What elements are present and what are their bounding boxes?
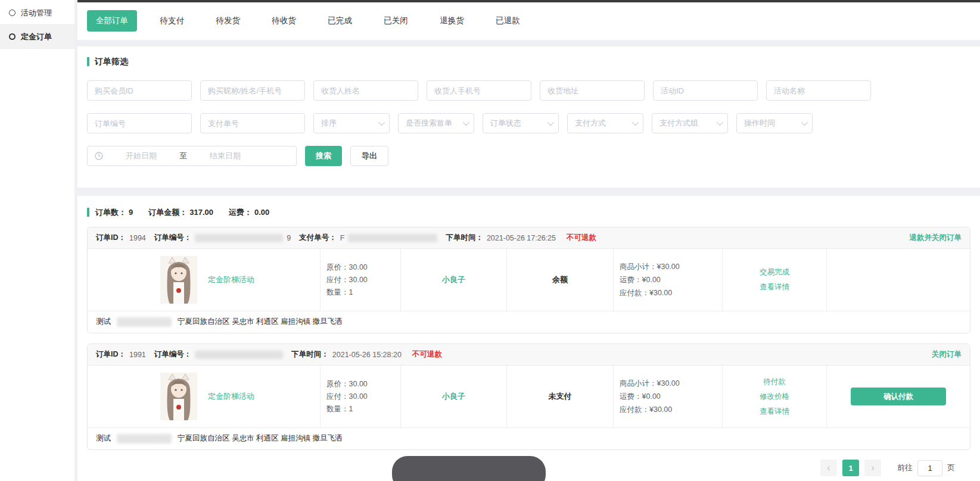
sidebar: 活动管理 定金订单 [0,0,74,481]
order-footer: 测试 宁夏回族自治区 吴忠市 利通区 扁担沟镇 撒旦飞洒 [88,427,970,449]
view-details-link[interactable]: 查看详情 [760,407,789,417]
order-id-value: 1994 [129,234,146,242]
date-range-picker[interactable]: 开始日期 至 结束日期 [87,146,297,166]
orders-freight: 运费：0.00 [229,208,269,217]
buyer-nickname[interactable]: 小良子 [442,391,465,402]
redacted-order-number [195,351,283,359]
confirm-payment-button[interactable]: 确认付款 [851,388,946,405]
order-footer: 测试 宁夏回族自治区 吴忠市 利通区 扁担沟镇 撒旦飞洒 [88,311,970,333]
tab-completed[interactable]: 已完成 [319,10,361,32]
price-cell: 原价：30.00 应付：30.00 数量：1 [320,249,400,311]
goto-page-input[interactable] [917,460,942,476]
next-page-icon[interactable]: › [864,460,881,476]
goto-label: 前往 [897,463,913,473]
buyer-cell: 小良子 [400,249,506,311]
payment-number-input[interactable] [200,113,305,133]
payment-no-prefix: F [340,234,345,242]
clock-icon [95,152,103,160]
chevron-down-icon [717,119,723,126]
non-refundable-flag: 不可退款 [412,349,442,360]
order-id-label: 订单ID： [96,233,126,243]
search-button[interactable]: 搜索 [305,146,342,166]
end-date-placeholder[interactable]: 结束日期 [193,151,257,161]
receiver-phone-input[interactable] [427,80,531,101]
redacted-payment-number [348,234,437,242]
sidebar-item-deposit-orders[interactable]: 定金订单 [0,25,74,49]
prev-page-icon[interactable]: ‹ [820,460,837,476]
operation-time-select[interactable]: 操作时间 [736,113,813,133]
redacted-phone-number [117,434,172,443]
action-cell: 确认付款 [826,366,970,427]
order-no-label: 订单编号： [154,349,192,360]
product-name-link[interactable]: 定金阶梯活动 [208,274,254,285]
date-separator: 至 [179,151,187,161]
amounts-cell: 商品小计：¥30.00 运费：¥0.00 应付款：¥30.00 [613,366,722,427]
radio-circle-icon [9,10,15,16]
tab-pending-payment[interactable]: 待支付 [151,10,193,32]
order-tabs-bar: 全部订单 待支付 待发货 待收货 已完成 已关闭 退换货 已退款 [77,2,980,40]
payment-no-label: 支付单号： [299,233,337,243]
sidebar-item-label: 定金订单 [21,32,52,42]
chevron-down-icon [632,119,639,126]
refund-and-close-order-link[interactable]: 退款并关闭订单 [910,233,962,243]
order-filter-panel: 订单筛选 排序 是否搜索首单 订单状态 [77,46,980,188]
export-button[interactable]: 导出 [350,146,388,166]
modify-price-link[interactable]: 修改价格 [760,392,789,402]
order-id-label: 订单ID： [96,349,126,360]
order-status-select[interactable]: 订单状态 [483,113,559,133]
tab-return-exchange[interactable]: 退换货 [431,10,473,32]
buyer-nickname-input[interactable] [200,80,305,101]
receiver-name-input[interactable] [313,80,418,101]
awaiting-payment-text: 待付款 [763,377,786,387]
chevron-down-icon [801,119,808,126]
filter-row-3: 开始日期 至 结束日期 搜索 导出 [87,146,970,166]
payment-method-cell: 未支付 [506,366,613,427]
tab-all-orders[interactable]: 全部订单 [87,10,137,32]
sidebar-item-label: 活动管理 [21,8,52,18]
chevron-down-icon [547,119,554,126]
tab-refunded[interactable]: 已退款 [487,10,529,32]
order-body: 定金阶梯活动 原价：30.00 应付：30.00 数量：1 小良子 余额 商品小… [88,249,970,311]
product-name-link[interactable]: 定金阶梯活动 [208,391,254,402]
payment-method-cell: 余额 [506,249,613,311]
order-time-label: 下单时间： [446,233,483,243]
page-unit-label: 页 [947,463,955,473]
tab-pending-receipt[interactable]: 待收货 [263,10,305,32]
close-order-link[interactable]: 关闭订单 [932,349,962,360]
non-refundable-flag: 不可退款 [567,233,596,243]
receiver-address: 宁夏回族自治区 吴忠市 利通区 扁担沟镇 撒旦飞洒 [178,433,342,443]
sidebar-item-activity-management[interactable]: 活动管理 [0,1,74,25]
order-time-value: 2021-05-26 15:28:20 [332,351,402,359]
filter-section-title: 订单筛选 [87,57,970,66]
view-details-link[interactable]: 查看详情 [760,282,789,292]
payment-method-select[interactable]: 支付方式 [567,113,643,133]
order-number-input[interactable] [87,113,192,133]
redacted-phone-number [117,317,172,327]
buyer-nickname[interactable]: 小良子 [442,274,465,285]
buyer-member-id-input[interactable] [87,80,192,101]
order-header: 订单ID： 1994 订单编号： 9 支付单号： F 下单时间： 2021-05… [88,227,970,249]
receiver-name: 测试 [96,317,111,327]
tab-pending-shipment[interactable]: 待发货 [207,10,249,32]
receiver-address: 宁夏回族自治区 吴忠市 利通区 扁担沟镇 撒旦飞洒 [178,317,342,327]
main-content: 全部订单 待支付 待发货 待收货 已完成 已关闭 退换货 已退款 订单筛选 排序 [77,0,980,481]
chevron-down-icon [463,119,469,126]
tab-closed[interactable]: 已关闭 [375,10,417,32]
first-order-select[interactable]: 是否搜索首单 [398,113,474,133]
activity-id-input[interactable] [653,80,758,101]
sort-select[interactable]: 排序 [313,113,390,133]
payment-method-group-select[interactable]: 支付方式组 [652,113,728,133]
buyer-cell: 小良子 [400,366,506,427]
start-date-placeholder[interactable]: 开始日期 [109,151,173,161]
receiver-address-input[interactable] [540,80,645,101]
status-cell: 待付款 修改价格 查看详情 [722,366,826,427]
activity-name-input[interactable] [766,80,871,101]
orders-amount: 订单金额：317.00 [148,208,213,217]
amounts-cell: 商品小计：¥30.00 运费：¥0.00 应付款：¥30.00 [613,249,722,311]
filter-row-2: 排序 是否搜索首单 订单状态 支付方式 支付方式组 操作时间 [87,113,970,133]
filter-row-1 [87,80,970,101]
orders-list-panel: 订单数：9 订单金额：317.00 运费：0.00 订单ID： 1994 订单编… [77,196,980,481]
product-cell: 定金阶梯活动 [88,249,320,311]
page-1-button[interactable]: 1 [842,460,859,476]
redacted-order-number [195,234,283,242]
